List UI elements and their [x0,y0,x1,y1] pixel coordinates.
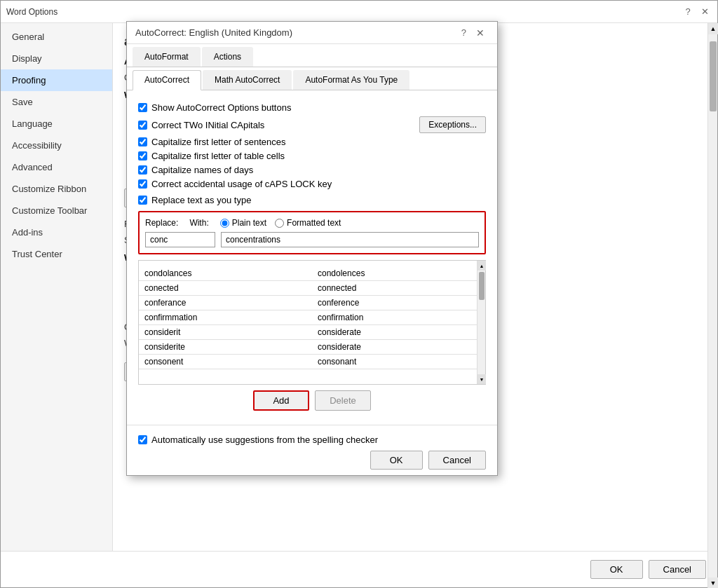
replace-header: Replace: With: Plain text Formatted text [145,218,479,228]
auto-suggest-row: Automatically use suggestions from the s… [138,435,486,445]
table-row[interactable]: condolancescondolences [139,266,485,281]
cancel-button[interactable]: Cancel [649,560,706,579]
capitalize-table-checkbox[interactable] [138,151,147,160]
table-scroll-up[interactable]: ▲ [477,261,486,271]
sidebar-item-trust-center[interactable]: Trust Center [1,243,112,265]
table-row[interactable]: consideriteconsiderate [139,340,485,355]
table-replace-cell: considerite [139,340,312,355]
auto-suggest-label: Automatically use suggestions from the s… [151,435,378,445]
table-row[interactable]: consonentconsonant [139,355,485,369]
capitalize-days-label: Capitalize names of days [151,165,253,175]
bottom-buttons: OK Cancel [1,551,717,587]
replace-text-label: Replace text as you type [151,195,251,205]
tab-autoformat-as-you-type[interactable]: AutoFormat As You Type [293,70,409,90]
correct-two-inner: Correct TWo INitial CApitals [138,120,264,130]
capitalize-days-row: Capitalize names of days [138,165,486,175]
table-row[interactable]: conectedconnected [139,281,485,296]
replace-inputs [145,232,479,247]
table-with-cell: conference [312,296,485,310]
capitalize-sentences-label: Capitalize first letter of sentences [151,137,285,147]
dialog-title-bar: AutoCorrect: English (United Kingdom) ? … [127,22,497,44]
add-button[interactable]: Add [253,390,309,411]
table-row[interactable]: conferanceconference [139,296,485,310]
correct-caps-checkbox[interactable] [138,179,147,189]
replace-section: Replace: With: Plain text Formatted text [138,211,486,254]
sidebar-item-language[interactable]: Language [1,113,112,135]
autocorrect-dialog: AutoCorrect: English (United Kingdom) ? … [126,21,498,476]
tab-autoformat[interactable]: AutoFormat [133,47,201,67]
table-with-cell: consonant [312,355,485,369]
window-title: Word Options [6,7,57,17]
correct-two-checkbox[interactable] [138,121,147,130]
title-controls: ? ✕ [681,5,712,19]
correct-caps-label: Correct accidental usage of cAPS LOCK ke… [151,179,332,189]
scroll-down-arrow[interactable]: ▼ [708,577,718,588]
replace-text-row: Replace text as you type [138,195,486,205]
tab-actions[interactable]: Actions [202,47,253,67]
table-replace-cell: conected [139,281,312,296]
show-options-row: Show AutoCorrect Options buttons [138,102,486,113]
close-button[interactable]: ✕ [698,5,712,19]
dialog-title: AutoCorrect: English (United Kingdom) [135,27,292,38]
show-options-label: Show AutoCorrect Options buttons [151,102,291,113]
correct-two-label: Correct TWo INitial CApitals [151,120,264,130]
dialog-bottom: Automatically use suggestions from the s… [127,425,497,475]
table-replace-cell: consonent [139,355,312,369]
ok-button[interactable]: OK [590,560,643,579]
outer-tab-bar: AutoFormat Actions [127,44,497,67]
sidebar: General Display Proofing Save Language A… [1,23,113,551]
sidebar-item-accessibility[interactable]: Accessibility [1,135,112,156]
sidebar-item-advanced[interactable]: Advanced [1,156,112,178]
table-replace-cell: considerit [139,325,312,340]
title-bar: Word Options ? ✕ [1,1,717,23]
radio-group: Plain text Formatted text [220,218,341,228]
sidebar-item-proofing[interactable]: Proofing [1,69,112,91]
auto-suggest-checkbox[interactable] [138,435,147,444]
main-scrollbar[interactable]: ▲ ▼ [707,23,717,588]
delete-button[interactable]: Delete [315,390,371,411]
replace-text-checkbox[interactable] [138,196,147,205]
table-scroll-down[interactable]: ▼ [477,374,486,384]
sidebar-item-add-ins[interactable]: Add-ins [1,221,112,243]
with-input[interactable] [221,232,479,247]
table-row[interactable]: confirmmationconfirmation [139,310,485,325]
correct-caps-row: Correct accidental usage of cAPS LOCK ke… [138,179,486,189]
dialog-cancel-button[interactable]: Cancel [428,451,486,470]
sidebar-item-save[interactable]: Save [1,91,112,113]
with-label: With: [189,218,208,228]
exceptions-button[interactable]: Exceptions... [419,116,486,133]
table-container: condolancescondolences conectedconnected… [138,260,486,385]
action-buttons: Add Delete [138,390,486,411]
formatted-text-radio[interactable] [275,219,284,228]
dialog-close-button[interactable]: ✕ [472,25,489,41]
scroll-thumb[interactable] [710,41,717,111]
help-button[interactable]: ? [681,5,695,19]
dialog-ok-cancel: OK Cancel [138,451,486,470]
capitalize-table-label: Capitalize first letter of table cells [151,151,285,161]
sidebar-item-general[interactable]: General [1,26,112,48]
sidebar-item-customize-ribbon[interactable]: Customize Ribbon [1,178,112,200]
dialog-body: Show AutoCorrect Options buttons Correct… [127,90,497,425]
table-scroll-thumb[interactable] [479,272,485,300]
scroll-up-arrow[interactable]: ▲ [708,23,718,34]
table-scrollbar[interactable]: ▲ ▼ [477,261,485,384]
table-row[interactable]: consideritconsiderate [139,325,485,340]
tab-autocorrect[interactable]: AutoCorrect [133,70,201,90]
formatted-text-label: Formatted text [287,218,341,228]
show-options-checkbox[interactable] [138,103,147,112]
replace-label: Replace: [145,218,178,228]
plain-text-option: Plain text [220,218,266,228]
dialog-help-button[interactable]: ? [461,27,466,38]
table-with-cell: connected [312,281,485,296]
dialog-ok-button[interactable]: OK [370,451,423,470]
capitalize-sentences-checkbox[interactable] [138,137,147,146]
sidebar-item-display[interactable]: Display [1,48,112,69]
correct-two-row: Correct TWo INitial CApitals Exceptions.… [138,116,486,133]
capitalize-sentences-row: Capitalize first letter of sentences [138,137,486,147]
sidebar-item-customize-toolbar[interactable]: Customize Toolbar [1,200,112,221]
plain-text-radio[interactable] [220,219,229,228]
tab-math-autocorrect[interactable]: Math AutoCorrect [203,70,292,90]
replace-input[interactable] [145,232,215,247]
table-with-cell: considerate [312,340,485,355]
capitalize-days-checkbox[interactable] [138,165,147,175]
